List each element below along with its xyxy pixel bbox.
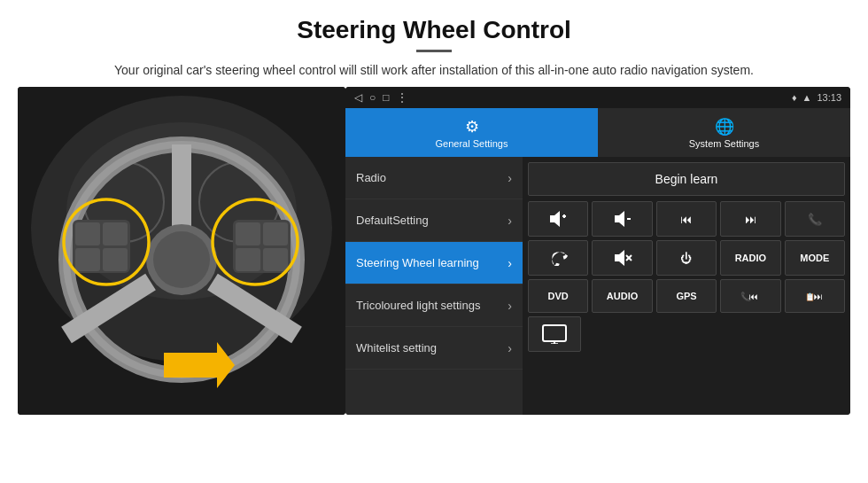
phone-next-button[interactable]: 📋⏭ (785, 279, 845, 313)
menu-steering-arrow: › (508, 256, 512, 270)
tab-system-label: System Settings (689, 138, 759, 149)
menu-item-steering[interactable]: Steering Wheel learning › (345, 242, 523, 284)
controls-row-4 (528, 316, 845, 352)
svg-text:⏮: ⏮ (749, 292, 758, 301)
next-track-button[interactable]: ⏭ (720, 201, 780, 237)
steering-wheel-svg (18, 87, 345, 415)
phone-prev-button[interactable]: 📞⏮ (720, 279, 780, 313)
status-bar: ◁ ○ □ ⋮ ♦ ▲ 13:13 (345, 87, 850, 108)
begin-learn-row: Begin learn (528, 162, 845, 196)
tab-general-label: General Settings (436, 138, 508, 149)
svg-marker-30 (615, 250, 624, 266)
main-content: ◁ ○ □ ⋮ ♦ ▲ 13:13 ⚙ General Settings 🌐 S… (18, 87, 850, 415)
title-divider (416, 50, 452, 52)
menu-tricoloured-arrow: › (508, 299, 512, 313)
page-header: Steering Wheel Control Your original car… (0, 0, 868, 87)
controls-row-1: ⏮ ⏭ 📞 (528, 201, 845, 237)
page-subtitle: Your original car's steering wheel contr… (35, 61, 833, 80)
status-left: ◁ ○ □ ⋮ (354, 91, 407, 104)
menu-whitelist-label: Whitelist setting (356, 341, 437, 354)
svg-marker-25 (550, 211, 560, 227)
phone-hangup-button[interactable] (528, 240, 588, 276)
menu-radio-label: Radio (356, 171, 386, 184)
svg-rect-21 (263, 248, 288, 271)
svg-rect-20 (236, 248, 260, 271)
svg-point-11 (153, 231, 210, 288)
location-icon: ♦ (792, 92, 797, 103)
svg-text:⏭: ⏭ (814, 292, 823, 301)
svg-rect-16 (103, 248, 128, 271)
menu-list: Radio › DefaultSetting › Steering Wheel … (345, 157, 523, 415)
gps-button[interactable]: GPS (656, 279, 717, 313)
menu-whitelist-arrow: › (508, 341, 512, 355)
tab-bar: ⚙ General Settings 🌐 System Settings (345, 108, 850, 157)
menu-default-label: DefaultSetting (356, 214, 429, 227)
svg-rect-15 (75, 248, 100, 271)
controls-row-2: ⏻ RADIO MODE (528, 240, 845, 276)
menu-steering-label: Steering Wheel learning (356, 256, 479, 269)
tab-system-settings[interactable]: 🌐 System Settings (598, 108, 850, 157)
menu-nav-icon[interactable]: ⋮ (397, 91, 407, 104)
svg-rect-14 (103, 222, 128, 245)
phone-answer-button[interactable]: 📞 (785, 201, 845, 237)
svg-rect-13 (75, 222, 100, 245)
prev-track-button[interactable]: ⏮ (656, 201, 717, 237)
wheel-background (18, 87, 345, 415)
buttons-grid: Begin learn ⏮ ⏭ 📞 (523, 157, 850, 415)
svg-rect-37 (543, 325, 566, 341)
page-title: Steering Wheel Control (35, 16, 833, 44)
svg-marker-28 (615, 211, 624, 227)
begin-learn-button[interactable]: Begin learn (528, 162, 845, 196)
menu-radio-arrow: › (508, 171, 512, 185)
radio-button[interactable]: RADIO (720, 240, 780, 276)
menu-item-defaultsetting[interactable]: DefaultSetting › (345, 199, 523, 242)
svg-rect-19 (263, 222, 288, 245)
volume-down-button[interactable] (592, 201, 652, 237)
svg-text:📋: 📋 (805, 292, 815, 302)
status-right: ♦ ▲ 13:13 (792, 92, 841, 103)
volume-up-button[interactable] (528, 201, 588, 237)
home-nav-icon[interactable]: ○ (369, 91, 376, 104)
power-button[interactable]: ⏻ (656, 240, 717, 276)
mode-button[interactable]: MODE (785, 240, 845, 276)
system-settings-icon: 🌐 (715, 117, 734, 136)
time-display: 13:13 (817, 92, 841, 103)
mute-button[interactable] (592, 240, 652, 276)
menu-tricoloured-label: Tricoloured light settings (356, 299, 480, 312)
menu-default-arrow: › (508, 214, 512, 228)
tab-general-settings[interactable]: ⚙ General Settings (345, 108, 598, 157)
panel-body: Radio › DefaultSetting › Steering Wheel … (345, 157, 850, 415)
wheel-area (18, 87, 345, 415)
controls-row-3: DVD AUDIO GPS 📞⏮ 📋⏭ (528, 279, 845, 313)
dvd-button[interactable]: DVD (528, 279, 588, 313)
menu-item-whitelist[interactable]: Whitelist setting › (345, 327, 523, 370)
signal-icon: ▲ (802, 92, 812, 103)
recent-nav-icon[interactable]: □ (383, 91, 389, 104)
menu-item-radio[interactable]: Radio › (345, 157, 523, 199)
general-settings-icon: ⚙ (465, 117, 479, 136)
device-panel: ◁ ○ □ ⋮ ♦ ▲ 13:13 ⚙ General Settings 🌐 S… (345, 87, 850, 415)
menu-item-tricoloured[interactable]: Tricoloured light settings › (345, 284, 523, 327)
svg-rect-18 (236, 222, 260, 245)
audio-button[interactable]: AUDIO (592, 279, 652, 313)
display-button[interactable] (528, 316, 581, 352)
back-nav-icon[interactable]: ◁ (354, 91, 362, 104)
